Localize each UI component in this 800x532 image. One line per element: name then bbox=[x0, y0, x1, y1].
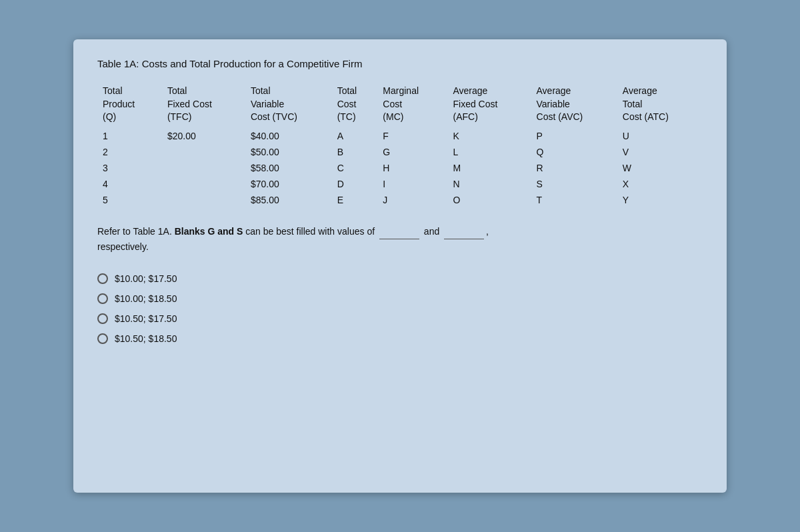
option-label-4: $10.50; $18.50 bbox=[115, 333, 177, 344]
cell-tvc-3: $58.00 bbox=[245, 160, 332, 176]
col-header-avc-1: Average bbox=[531, 83, 617, 98]
cell-mc-5: J bbox=[377, 192, 447, 208]
cell-tvc-2: $50.00 bbox=[245, 144, 332, 160]
blank-2 bbox=[444, 224, 484, 239]
cell-q-3: 3 bbox=[97, 160, 162, 176]
cell-afc-4: N bbox=[447, 176, 531, 192]
cell-tfc-5 bbox=[162, 192, 245, 208]
table-row: 5$85.00EJOTY bbox=[97, 192, 703, 208]
cell-avc-3: R bbox=[531, 160, 617, 176]
col-header-q-2: Product bbox=[97, 98, 162, 111]
cell-tvc-1: $40.00 bbox=[245, 128, 332, 144]
col-header-atc-1: Average bbox=[617, 83, 703, 98]
col-header-tfc-3: (TFC) bbox=[162, 111, 245, 128]
cell-afc-3: M bbox=[447, 160, 531, 176]
cell-tfc-1: $20.00 bbox=[162, 128, 245, 144]
option-2[interactable]: $10.00; $18.50 bbox=[97, 293, 703, 304]
col-header-afc-3: (AFC) bbox=[447, 111, 531, 128]
table-title: Table 1A: Costs and Total Production for… bbox=[97, 58, 703, 69]
option-label-1: $10.00; $17.50 bbox=[115, 273, 177, 284]
cell-atc-4: X bbox=[617, 176, 703, 192]
cell-avc-5: T bbox=[531, 192, 617, 208]
cell-tc-1: A bbox=[332, 128, 378, 144]
question-text-before: Refer to Table 1A. bbox=[97, 226, 175, 237]
col-header-tvc-3: Cost (TVC) bbox=[245, 111, 332, 128]
option-label-3: $10.50; $17.50 bbox=[115, 313, 177, 324]
cell-tc-2: B bbox=[332, 144, 378, 160]
question-and: and bbox=[424, 226, 439, 237]
cell-q-1: 1 bbox=[97, 128, 162, 144]
cell-avc-1: P bbox=[531, 128, 617, 144]
col-header-avc-2: Variable bbox=[531, 98, 617, 111]
option-1[interactable]: $10.00; $17.50 bbox=[97, 273, 703, 284]
table-row: 3$58.00CHMRW bbox=[97, 160, 703, 176]
cell-tc-4: D bbox=[332, 176, 378, 192]
col-header-mc-1: Marginal bbox=[377, 83, 447, 98]
cell-q-4: 4 bbox=[97, 176, 162, 192]
question-text-middle: can be best filled with values of bbox=[243, 226, 377, 237]
cell-tvc-5: $85.00 bbox=[245, 192, 332, 208]
cell-mc-4: I bbox=[377, 176, 447, 192]
col-header-q-3: (Q) bbox=[97, 111, 162, 128]
cell-tc-5: E bbox=[332, 192, 378, 208]
cell-q-5: 5 bbox=[97, 192, 162, 208]
radio-circle-1[interactable] bbox=[97, 273, 108, 284]
header-row-2: Product Fixed Cost Variable Cost Cost Fi… bbox=[97, 98, 703, 111]
radio-circle-4[interactable] bbox=[97, 333, 108, 344]
cell-atc-5: Y bbox=[617, 192, 703, 208]
col-header-mc-2: Cost bbox=[377, 98, 447, 111]
economics-table: Total Total Total Total Marginal Average… bbox=[97, 83, 703, 208]
cell-atc-1: U bbox=[617, 128, 703, 144]
cell-mc-2: G bbox=[377, 144, 447, 160]
col-header-tfc-2: Fixed Cost bbox=[162, 98, 245, 111]
cell-avc-4: S bbox=[531, 176, 617, 192]
col-header-atc-3: Cost (ATC) bbox=[617, 111, 703, 128]
option-3[interactable]: $10.50; $17.50 bbox=[97, 313, 703, 324]
cell-atc-2: V bbox=[617, 144, 703, 160]
cell-tc-3: C bbox=[332, 160, 378, 176]
cell-mc-3: H bbox=[377, 160, 447, 176]
col-header-tc-1: Total bbox=[332, 83, 378, 98]
table-body: 1$20.00$40.00AFKPU2$50.00BGLQV3$58.00CHM… bbox=[97, 128, 703, 208]
cell-q-2: 2 bbox=[97, 144, 162, 160]
col-header-tvc-2: Variable bbox=[245, 98, 332, 111]
table-row: 2$50.00BGLQV bbox=[97, 144, 703, 160]
question-bold: Blanks G and S bbox=[175, 226, 243, 237]
blank-1 bbox=[379, 224, 419, 239]
question-respectively: respectively. bbox=[97, 241, 149, 252]
cell-mc-1: F bbox=[377, 128, 447, 144]
col-header-tc-2: Cost bbox=[332, 98, 378, 111]
col-header-tc-3: (TC) bbox=[332, 111, 378, 128]
radio-circle-3[interactable] bbox=[97, 313, 108, 324]
cell-afc-1: K bbox=[447, 128, 531, 144]
main-card: Table 1A: Costs and Total Production for… bbox=[73, 39, 727, 493]
cell-tvc-4: $70.00 bbox=[245, 176, 332, 192]
cell-atc-3: W bbox=[617, 160, 703, 176]
header-row-1: Total Total Total Total Marginal Average… bbox=[97, 83, 703, 98]
table-row: 4$70.00DINSX bbox=[97, 176, 703, 192]
cell-afc-2: L bbox=[447, 144, 531, 160]
cell-tfc-3 bbox=[162, 160, 245, 176]
option-4[interactable]: $10.50; $18.50 bbox=[97, 333, 703, 344]
col-header-avc-3: Cost (AVC) bbox=[531, 111, 617, 128]
col-header-tvc-1: Total bbox=[245, 83, 332, 98]
col-header-atc-2: Total bbox=[617, 98, 703, 111]
col-header-afc-1: Average bbox=[447, 83, 531, 98]
cell-tfc-4 bbox=[162, 176, 245, 192]
radio-circle-2[interactable] bbox=[97, 293, 108, 304]
col-header-q-1: Total bbox=[97, 83, 162, 98]
header-row-3: (Q) (TFC) Cost (TVC) (TC) (MC) (AFC) Cos… bbox=[97, 111, 703, 128]
col-header-tfc-1: Total bbox=[162, 83, 245, 98]
question-text: Refer to Table 1A. Blanks G and S can be… bbox=[97, 224, 703, 255]
cell-avc-2: Q bbox=[531, 144, 617, 160]
cell-tfc-2 bbox=[162, 144, 245, 160]
options-list: $10.00; $17.50$10.00; $18.50$10.50; $17.… bbox=[97, 273, 703, 344]
col-header-afc-2: Fixed Cost bbox=[447, 98, 531, 111]
cell-afc-5: O bbox=[447, 192, 531, 208]
option-label-2: $10.00; $18.50 bbox=[115, 293, 177, 304]
col-header-mc-3: (MC) bbox=[377, 111, 447, 128]
table-row: 1$20.00$40.00AFKPU bbox=[97, 128, 703, 144]
